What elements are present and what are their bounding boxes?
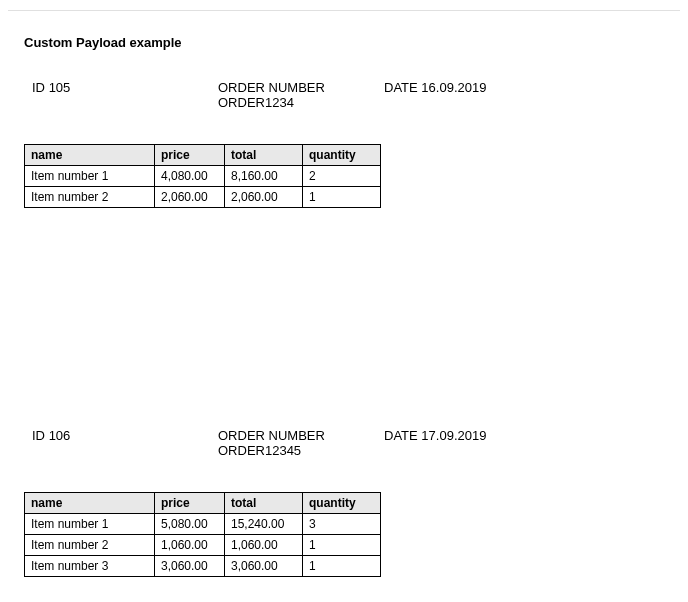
table-row: Item number 3 3,060.00 3,060.00 1 [25,556,381,577]
cell-quantity: 1 [303,535,381,556]
col-header-name: name [25,493,155,514]
order-block: ID 106 ORDER NUMBER ORDER12345 DATE 17.0… [24,428,688,577]
cell-quantity: 3 [303,514,381,535]
cell-name: Item number 3 [25,556,155,577]
cell-quantity: 1 [303,187,381,208]
cell-name: Item number 1 [25,514,155,535]
col-header-quantity: quantity [303,493,381,514]
order-number: ORDER NUMBER ORDER12345 [218,428,384,458]
col-header-total: total [225,493,303,514]
table-row: Item number 2 1,060.00 1,060.00 1 [25,535,381,556]
cell-quantity: 1 [303,556,381,577]
cell-price: 4,080.00 [155,166,225,187]
order-date: DATE 17.09.2019 [384,428,688,458]
cell-total: 2,060.00 [225,187,303,208]
order-id: ID 106 [32,428,218,458]
cell-quantity: 2 [303,166,381,187]
order-date: DATE 16.09.2019 [384,80,688,110]
order-number: ORDER NUMBER ORDER1234 [218,80,384,110]
id-value: 106 [49,428,71,443]
order-id: ID 105 [32,80,218,110]
cell-name: Item number 2 [25,187,155,208]
cell-price: 2,060.00 [155,187,225,208]
cell-price: 5,080.00 [155,514,225,535]
table-row: Item number 1 5,080.00 15,240.00 3 [25,514,381,535]
items-table: name price total quantity Item number 1 … [24,492,381,577]
col-header-total: total [225,145,303,166]
order-number-value: ORDER1234 [218,95,384,110]
cell-total: 1,060.00 [225,535,303,556]
col-header-quantity: quantity [303,145,381,166]
order-header: ID 105 ORDER NUMBER ORDER1234 DATE 16.09… [32,80,688,110]
cell-total: 8,160.00 [225,166,303,187]
cell-name: Item number 1 [25,166,155,187]
table-row: Item number 1 4,080.00 8,160.00 2 [25,166,381,187]
id-label: ID [32,428,45,443]
col-header-price: price [155,145,225,166]
col-header-price: price [155,493,225,514]
cell-price: 1,060.00 [155,535,225,556]
date-label: DATE [384,428,418,443]
order-number-label: ORDER NUMBER [218,428,384,443]
cell-total: 3,060.00 [225,556,303,577]
date-value: 17.09.2019 [421,428,486,443]
order-number-value: ORDER12345 [218,443,384,458]
cell-price: 3,060.00 [155,556,225,577]
order-header: ID 106 ORDER NUMBER ORDER12345 DATE 17.0… [32,428,688,458]
date-label: DATE [384,80,418,95]
items-table: name price total quantity Item number 1 … [24,144,381,208]
cell-total: 15,240.00 [225,514,303,535]
id-label: ID [32,80,45,95]
id-value: 105 [49,80,71,95]
table-header-row: name price total quantity [25,145,381,166]
table-row: Item number 2 2,060.00 2,060.00 1 [25,187,381,208]
order-number-label: ORDER NUMBER [218,80,384,95]
top-divider [8,10,680,11]
cell-name: Item number 2 [25,535,155,556]
spacer [0,238,688,428]
date-value: 16.09.2019 [421,80,486,95]
col-header-name: name [25,145,155,166]
page-title: Custom Payload example [24,35,688,50]
table-header-row: name price total quantity [25,493,381,514]
order-block: ID 105 ORDER NUMBER ORDER1234 DATE 16.09… [24,80,688,208]
